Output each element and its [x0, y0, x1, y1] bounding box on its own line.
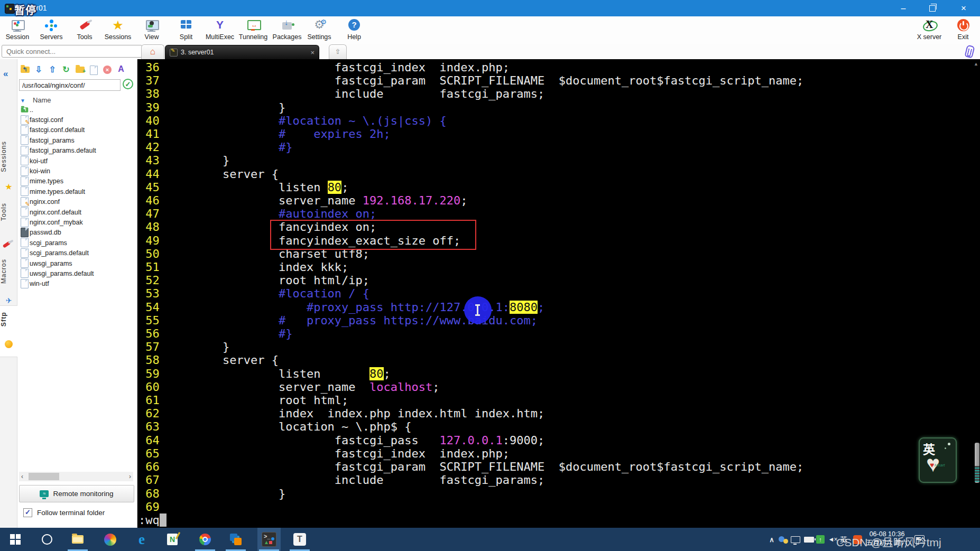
- close-button[interactable]: ×: [951, 0, 976, 16]
- taskbar-typora-icon[interactable]: T: [288, 528, 311, 551]
- battery-icon[interactable]: [803, 528, 815, 551]
- collapse-sidebar-button[interactable]: «: [3, 69, 8, 79]
- tab-server01[interactable]: 3. server01 ×: [165, 45, 319, 59]
- file-row[interactable]: koi-win: [19, 166, 133, 176]
- delete-icon[interactable]: ×: [101, 64, 113, 75]
- exit-icon: [955, 18, 972, 33]
- sidebar-tab-sftp[interactable]: Sftp: [0, 312, 17, 326]
- tray-expand-icon[interactable]: ∧: [766, 528, 778, 551]
- file-row[interactable]: ✎nginx.conf: [19, 197, 133, 207]
- new-file-icon[interactable]: [88, 64, 99, 75]
- minimize-button[interactable]: –: [891, 0, 916, 16]
- file-row[interactable]: ↰..: [19, 105, 133, 115]
- ribbon-button-packages[interactable]: Packages: [271, 18, 303, 43]
- people-icon[interactable]: [778, 528, 789, 551]
- ime-widget[interactable]: 英 ♥ ♥ Heart: [919, 437, 957, 483]
- sidebar-tab-strip: « Sessions★ToolsMacros✈Sftp: [0, 59, 17, 528]
- terminal-line: 59 listen 80;: [138, 367, 803, 380]
- font-icon[interactable]: A: [115, 64, 127, 75]
- file-row[interactable]: nginx.conf.default: [19, 207, 133, 217]
- path-go-button[interactable]: ✓: [123, 79, 133, 89]
- update-icon[interactable]: ↑: [815, 528, 826, 551]
- ribbon-button-view[interactable]: View: [136, 18, 168, 43]
- file-row[interactable]: mime.types: [19, 176, 133, 186]
- taskbar-cortana-icon[interactable]: [35, 528, 59, 551]
- watermark-text: CSDN @且听风吟tmj: [836, 534, 941, 549]
- sessions-icon: ★: [109, 18, 126, 33]
- file-row[interactable]: ✎fastcgi.conf: [19, 115, 133, 125]
- new-tab-button[interactable]: ⇧: [329, 44, 347, 59]
- heart-text: Heart: [935, 463, 945, 468]
- refresh-icon[interactable]: ↻: [60, 64, 72, 75]
- taskbar-start-icon[interactable]: [4, 528, 27, 551]
- taskbar-notepadpp-icon[interactable]: N: [161, 528, 184, 551]
- ribbon-button-servers[interactable]: Servers: [35, 18, 67, 43]
- recorder-pause-overlay: 暂停: [14, 2, 36, 17]
- session-icon: [9, 18, 26, 33]
- scrollbar-thumb[interactable]: [29, 473, 59, 480]
- terminal-line: 61 root html;: [138, 394, 803, 407]
- tab-label: 3. server01: [181, 49, 214, 56]
- file-row[interactable]: fastcgi.conf.default: [19, 125, 133, 135]
- upload-icon[interactable]: ⇧: [47, 64, 58, 75]
- file-list-header[interactable]: ▼Name: [20, 96, 51, 104]
- ribbon-button-tunneling[interactable]: ↔Tunneling: [237, 18, 269, 43]
- ribbon-button-split[interactable]: Split: [170, 18, 202, 43]
- tab-close-icon[interactable]: ×: [310, 49, 315, 57]
- horizontal-scrollbar[interactable]: ‹ ›: [19, 472, 133, 481]
- file-row[interactable]: uwsgi_params: [19, 258, 133, 268]
- file-row[interactable]: fastcgi_params: [19, 135, 133, 145]
- taskbar-vmware-icon[interactable]: [224, 528, 247, 551]
- taskbar-pinwheel-icon[interactable]: [98, 528, 122, 551]
- sidebar-tab-sessions[interactable]: Sessions: [0, 141, 17, 172]
- taskbar-mobaxterm-icon[interactable]: >_: [257, 528, 281, 551]
- ribbon-button-settings[interactable]: ⚙⚙Settings: [303, 18, 335, 43]
- file-row[interactable]: koi-utf: [19, 156, 133, 166]
- file-row[interactable]: fastcgi_params.default: [19, 146, 133, 156]
- terminal-line: 43 }: [138, 154, 803, 167]
- ribbon-button-session[interactable]: Session: [2, 18, 33, 43]
- taskbar-explorer-icon[interactable]: [66, 528, 89, 551]
- small-heart-icon: ♥: [930, 461, 934, 469]
- taskbar-chrome-icon[interactable]: [193, 528, 217, 551]
- sidebar-tab-tools[interactable]: Tools: [0, 203, 17, 221]
- ribbon-button-sessions[interactable]: ★Sessions: [102, 18, 134, 43]
- file-row[interactable]: scgi_params: [19, 238, 133, 248]
- file-row[interactable]: passwd.db: [19, 228, 133, 238]
- sftp-path-input[interactable]: [19, 79, 121, 91]
- home-tab-button[interactable]: ⌂: [141, 44, 164, 59]
- scroll-right-icon[interactable]: ›: [129, 473, 131, 480]
- ribbon-button-multiexec[interactable]: YMultiExec: [204, 18, 236, 43]
- file-row[interactable]: uwsgi_params.default: [19, 268, 133, 278]
- new-folder-icon[interactable]: +: [74, 64, 86, 75]
- follow-checkbox[interactable]: ✓: [23, 508, 32, 517]
- remote-monitoring-button[interactable]: ≈ Remote monitoring: [19, 485, 134, 502]
- display-icon[interactable]: [790, 528, 801, 551]
- quick-connect-input[interactable]: [2, 45, 142, 58]
- terminal-line: 58 server {: [138, 353, 803, 367]
- terminal-line: 37 fastcgi_param SCRIPT_FILENAME $docume…: [138, 74, 803, 87]
- folder-up-icon[interactable]: ↰: [19, 64, 31, 75]
- ribbon-button-tools[interactable]: Tools: [69, 18, 100, 43]
- file-row[interactable]: nginx.conf_mybak: [19, 217, 133, 227]
- terminal-scroll-up-icon[interactable]: ▲: [974, 61, 978, 67]
- ribbon-button-help[interactable]: ?Help: [338, 18, 370, 43]
- ribbon-button-exit[interactable]: Exit: [947, 18, 979, 43]
- follow-label: Follow terminal folder: [37, 509, 105, 517]
- taskbar-edge-icon[interactable]: e: [130, 528, 153, 551]
- scroll-left-icon[interactable]: ‹: [21, 473, 23, 480]
- xserver-icon: X: [921, 18, 938, 33]
- file-row[interactable]: win-utf: [19, 279, 133, 289]
- file-row[interactable]: mime.types.default: [19, 186, 133, 197]
- maximize-button[interactable]: [920, 0, 945, 16]
- terminal-scrollbar-thumb[interactable]: [975, 443, 979, 483]
- terminal-tab-icon: [170, 49, 178, 57]
- sidebar-tab-macros[interactable]: Macros: [0, 259, 17, 284]
- ribbon-toolbar: SessionServersTools★SessionsViewSplitYMu…: [0, 16, 980, 44]
- terminal-area[interactable]: 36 fastcgi_index index.php; 37 fastcgi_p…: [137, 59, 980, 528]
- file-row[interactable]: scgi_params.default: [19, 248, 133, 258]
- follow-terminal-folder-row[interactable]: ✓ Follow terminal folder: [23, 508, 105, 517]
- download-icon[interactable]: ⇩: [33, 64, 44, 75]
- ribbon-button-x-server[interactable]: XX server: [913, 18, 945, 43]
- terminal-block-cursor: [160, 513, 167, 527]
